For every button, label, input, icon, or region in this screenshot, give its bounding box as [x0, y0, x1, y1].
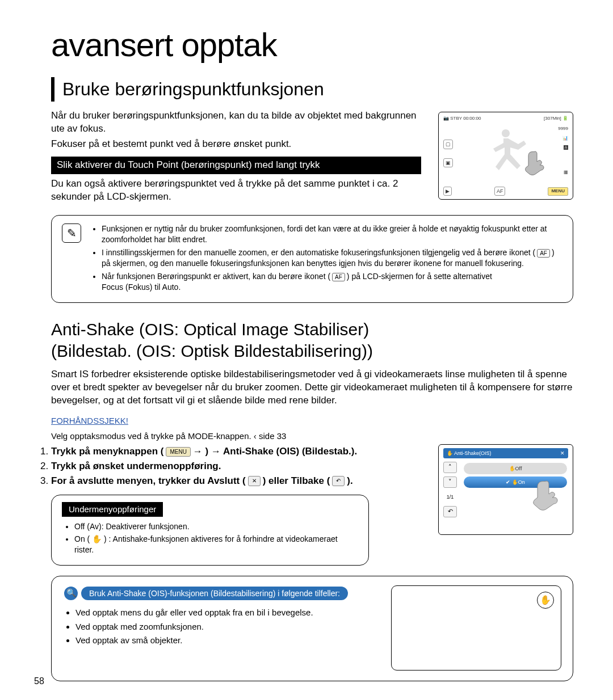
lcd2-opt-off[interactable]: ✋ Off [464, 463, 567, 474]
tip-pill: 🔍 Bruk Anti-Shake (OIS)-funksjonen (Bild… [63, 585, 349, 602]
lcd-preview-1: 📷 STBY 00:00:00 [307Min] 🔋 ▢ ▣ 9999 📊 🅰 … [438, 112, 573, 200]
note1-bullet2: I innstillingsskjermen for den manuelle … [102, 247, 562, 269]
magnifier-icon: 🔍 [64, 587, 78, 600]
section1-intro2: Fokuser på et bestemt punkt ved å berøre… [51, 138, 421, 151]
note-block-1: ✎ Funksjonen er nyttig når du bruker zoo… [51, 215, 573, 303]
back-chip-icon: ↶ [332, 476, 345, 486]
precheck-label: FORHÅNDSSJEKK! [51, 415, 573, 427]
lcd-line4: ▦ [564, 170, 568, 176]
tip-bullet3: Ved opptak av små objekter. [75, 635, 377, 646]
steps-list: Trykk på menyknappen (MENU→ ) → Anti-Sha… [51, 445, 418, 488]
tip-pill-text: Bruk Anti-Shake (OIS)-funksjonen (Bildes… [81, 587, 348, 601]
lcd-af: AF [494, 187, 506, 196]
tip-bullet2: Ved opptak med zoomfunksjonen. [75, 621, 377, 632]
lcd-icon-2: ▣ [443, 158, 453, 167]
menu-chip-icon: MENU [166, 447, 190, 457]
lcd2-title: Anti-Shake(OIS) [454, 450, 492, 456]
lcd-res: 9999 [558, 126, 568, 132]
lcd-menu-button[interactable]: MENU [548, 187, 568, 196]
section2-heading: Anti-Shake (OIS: Optical Image Stabilise… [51, 319, 573, 361]
page-title: avansert opptak [51, 23, 573, 67]
precheck-line: Velg opptaksmodus ved å trykke på MODE-k… [51, 431, 573, 442]
lcd-icon-1: ▢ [443, 140, 453, 149]
note1-bullet1: Funksjonen er nyttig når du bruker zoomf… [102, 224, 562, 245]
touchpoint-bar: Slik aktiverer du Touch Point (berørings… [51, 157, 421, 174]
section2-para: Smart IS forbedrer eksisterende optiske … [51, 368, 573, 407]
lcd2-up-icon[interactable]: ˄ [443, 462, 457, 473]
touch-hand-icon-2 [532, 478, 562, 515]
submenu-box: Undermenyoppføringer Off (Av): Deaktiver… [51, 495, 369, 566]
lcd-line2: 📊 [562, 136, 568, 142]
lcd2-down-icon[interactable]: ˅ [443, 476, 457, 488]
af-inline-icon: AF [537, 249, 550, 258]
lcd-preview-2: ✋ Anti-Shake(OIS) ✕ ˄ ˅ 1/1 ↶ ✋ Off ✔ ✋ … [438, 444, 573, 535]
lcd-time: 00:00:00 [463, 116, 481, 121]
tip-illustration: ✋ [391, 585, 561, 671]
step-2: Trykk på ønsket undermenoppføring. [51, 460, 418, 473]
submenu-off: Off (Av): Deaktiverer funksjonen. [74, 521, 358, 532]
note-icon: ✎ [62, 224, 81, 243]
submenu-title: Undermenyoppføringer [62, 502, 163, 517]
lcd-remain: [307Min] [544, 116, 561, 121]
submenu-on: On ( ✋ ) : Antishake-funksjonen aktivere… [74, 534, 358, 555]
lcd-play-icon: ▶ [443, 187, 452, 196]
section1-intro1: Når du bruker berøringspunktfunksjonen, … [51, 109, 421, 136]
tip-box: 🔍 Bruk Anti-Shake (OIS)-funksjonen (Bild… [51, 576, 573, 681]
touch-hand-icon [524, 148, 548, 176]
step-1: Trykk på menyknappen (MENU→ ) → Anti-Sha… [51, 445, 418, 458]
af-inline-icon-2: AF [332, 273, 345, 282]
lcd2-close-icon[interactable]: ✕ [560, 450, 565, 457]
step-3: For å avslutte menyen, trykker du Avslut… [51, 475, 418, 488]
lcd2-back-icon[interactable]: ↶ [443, 506, 457, 517]
close-chip-icon: ✕ [248, 476, 261, 486]
tip-bullet1: Ved opptak mens du går eller ved opptak … [75, 607, 377, 618]
ois-hand-icon: ✋ [92, 534, 102, 543]
page-number: 58 [34, 675, 44, 688]
ois-circle-icon: ✋ [537, 592, 554, 609]
note1-bullet3: Når funksjonen Berøringspunkt er aktiver… [102, 271, 562, 293]
lcd2-page: 1/1 [443, 491, 457, 503]
section1-heading: Bruke berøringspunktfunksjonen [51, 77, 573, 102]
section1-afterbar: Du kan også aktivere berøringspunktet ve… [51, 178, 421, 204]
lcd-stby: STBY [450, 116, 462, 121]
lcd-line3: 🅰 [564, 145, 568, 151]
